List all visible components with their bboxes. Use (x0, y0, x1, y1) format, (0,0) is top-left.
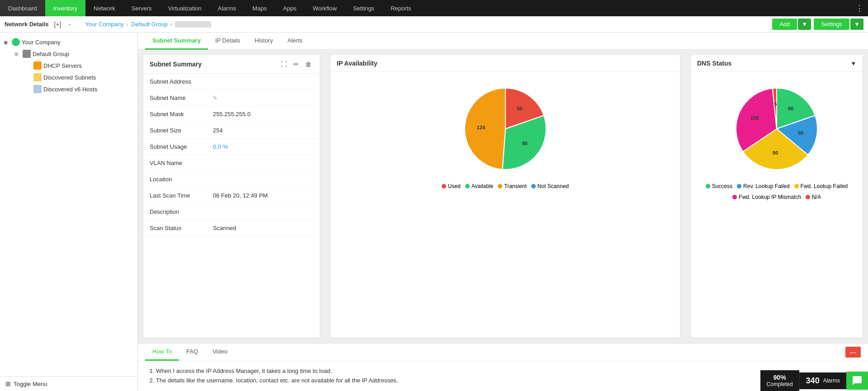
toggle-menu-button[interactable]: ⊞ Toggle Menu (0, 376, 137, 391)
dns-status-card: DNS Status ▼ 6050901005 Success Rev. Loo… (691, 55, 863, 338)
dns-status-legend: Success Rev. Lookup Failed Fwd. Lookup F… (698, 183, 855, 200)
expand-icon-group: ⊞ (14, 52, 21, 57)
breadcrumb-company[interactable]: Your Company (85, 21, 124, 28)
completed-pct: 90% (774, 374, 786, 381)
sidebar-item-dhcp-servers[interactable]: DHCP Servers (22, 60, 137, 71)
subnet-summary-card: Subnet Summary ⛶ ✏ 🗑 Subnet Address (143, 55, 320, 338)
field-vlan-name: VLAN Name (143, 155, 320, 171)
toggle-menu-icon: ⊞ (5, 380, 11, 387)
field-description: Description (143, 204, 320, 220)
svg-text:50: 50 (517, 106, 522, 111)
field-label-vlan-name: VLAN Name (150, 160, 213, 166)
legend-used-dot (442, 184, 446, 188)
legend-used: Used (442, 183, 461, 189)
ip-availability-title: IP Availability (337, 60, 674, 67)
status-bar: 90% Completed 340 Alarms (760, 370, 868, 391)
nav-network[interactable]: Network (85, 0, 123, 16)
legend-dns-na: N/A (806, 194, 821, 200)
nav-reports[interactable]: Reports (382, 0, 420, 16)
dns-dropdown-button[interactable]: ▼ (850, 60, 856, 67)
legend-available-label: Available (472, 183, 493, 189)
nav-maps[interactable]: Maps (244, 0, 275, 16)
company-label: Your Company (22, 39, 134, 46)
subnets-label: Discovered Subnets (43, 74, 134, 81)
svg-text:124: 124 (476, 125, 485, 130)
status-alarms: 340 Alarms (799, 372, 846, 389)
dns-status-header: DNS Status ▼ (691, 55, 863, 72)
top-navigation: Dashboard Inventory Network Servers Virt… (0, 0, 868, 16)
alarms-count: 340 (806, 376, 820, 386)
field-subnet-size: Subnet Size 254 (143, 122, 320, 139)
more-options-icon[interactable]: ⋮ (855, 3, 863, 13)
panel-expand-button[interactable]: [+] (52, 20, 63, 29)
how-to-item-1: When I access the IP Address Manager, it… (156, 367, 859, 376)
sidebar-item-discovered-v6-hosts[interactable]: Discovered v6 Hosts (22, 83, 137, 95)
add-dropdown-button[interactable]: ▼ (798, 19, 811, 30)
bottom-red-button[interactable]: — (845, 347, 861, 358)
legend-not-scanned-label: Not Scanned (538, 183, 569, 189)
add-button[interactable]: Add (772, 19, 797, 30)
subnet-name-edit-icon[interactable]: ✎ (213, 95, 217, 101)
nav-alarms[interactable]: Alarms (210, 0, 244, 16)
tab-subnet-summary[interactable]: Subnet Summary (145, 33, 208, 50)
sidebar-item-company[interactable]: ▣ Your Company (0, 36, 137, 48)
breadcrumb-sep1: › (127, 21, 128, 28)
tab-history[interactable]: History (247, 33, 280, 50)
bottom-tab-faq[interactable]: FAQ (179, 344, 205, 361)
nav-servers[interactable]: Servers (123, 0, 160, 16)
field-value-scan-status: Scanned (213, 225, 313, 231)
expand-card-button[interactable]: ⛶ (279, 60, 289, 69)
field-label-last-scan-time: Last Scan Time (150, 192, 213, 199)
ip-availability-pie-svg: 5080124 (456, 79, 555, 179)
legend-not-scanned: Not Scanned (531, 183, 569, 189)
nav-virtualization[interactable]: Virtualization (160, 0, 210, 16)
chat-button[interactable] (846, 372, 868, 390)
nav-apps[interactable]: Apps (275, 0, 305, 16)
how-to-item-2: The details like the username, location,… (156, 376, 859, 386)
panel-collapse-button[interactable]: - (67, 20, 73, 29)
nav-inventory[interactable]: Inventory (45, 0, 85, 16)
nav-settings[interactable]: Settings (345, 0, 382, 16)
chat-icon (852, 375, 863, 386)
ip-availability-chart: 5080124 Used Available Transient (330, 72, 680, 197)
nav-workflow[interactable]: Workflow (305, 0, 345, 16)
svg-text:5: 5 (774, 101, 777, 107)
sidebar-item-default-group[interactable]: ⊞ Default Group (11, 48, 137, 60)
legend-available: Available (465, 183, 493, 189)
delete-card-button[interactable]: 🗑 (303, 60, 313, 69)
company-icon (12, 38, 20, 46)
tab-ip-details[interactable]: IP Details (208, 33, 247, 50)
toggle-menu-label: Toggle Menu (14, 381, 47, 387)
settings-dropdown-button[interactable]: ▼ (850, 19, 863, 30)
bottom-tab-howto[interactable]: How To (145, 344, 179, 361)
subnet-summary-title: Subnet Summary (150, 61, 275, 68)
legend-transient-dot (498, 184, 502, 188)
field-subnet-mask: Subnet Mask 255.255.255.0 (143, 106, 320, 122)
cards-row: Subnet Summary ⛶ ✏ 🗑 Subnet Address (138, 50, 868, 343)
bottom-tab-video[interactable]: Video (205, 344, 235, 361)
how-to-content: When I access the IP Address Manager, it… (138, 361, 868, 391)
status-completed: 90% Completed (760, 370, 799, 391)
main-layout: ▣ Your Company ⊞ Default Group DHCP Serv… (0, 33, 868, 391)
settings-button[interactable]: Settings (814, 19, 849, 30)
field-value-subnet-usage[interactable]: 0.0 % (213, 143, 313, 150)
field-value-last-scan-time: 06 Feb 20, 12:49 PM (213, 192, 313, 199)
field-label-subnet-size: Subnet Size (150, 127, 213, 134)
breadcrumb-sep2: › (170, 21, 172, 28)
breadcrumb-group[interactable]: Default Group (131, 21, 168, 28)
tabs-bar: Subnet Summary IP Details History Alerts (138, 33, 868, 50)
sidebar-item-discovered-subnets[interactable]: Discovered Subnets (22, 71, 137, 83)
field-last-scan-time: Last Scan Time 06 Feb 20, 12:49 PM (143, 188, 320, 204)
field-value-subnet-mask: 255.255.255.0 (213, 111, 313, 118)
legend-dns-fwd-failed-dot (794, 184, 799, 188)
content-area: Subnet Summary IP Details History Alerts… (138, 33, 868, 391)
legend-not-scanned-dot (531, 184, 536, 188)
completed-label: Completed (767, 381, 793, 387)
edit-card-button[interactable]: ✏ (292, 60, 301, 69)
svg-text:50: 50 (798, 130, 803, 136)
field-scan-status: Scan Status Scanned (143, 220, 320, 236)
dns-status-title: DNS Status (697, 60, 849, 67)
breadcrumb-current (175, 21, 211, 28)
nav-dashboard[interactable]: Dashboard (0, 0, 45, 16)
tab-alerts[interactable]: Alerts (280, 33, 310, 50)
